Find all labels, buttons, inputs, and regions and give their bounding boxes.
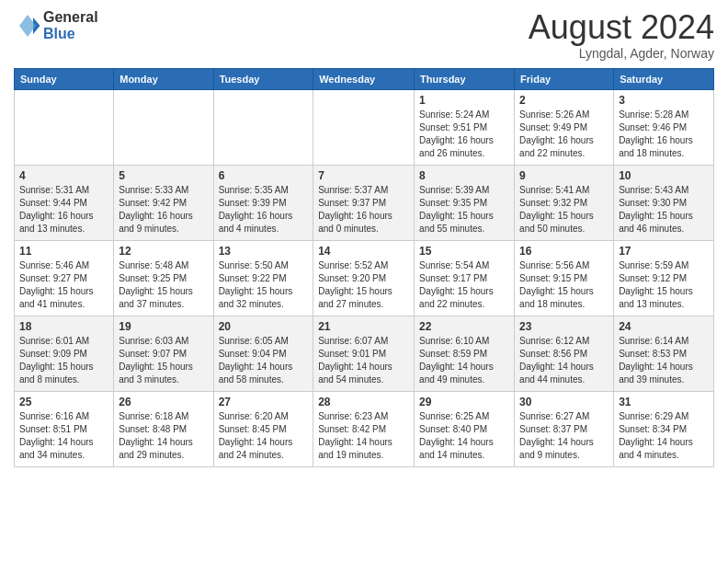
- day-number: 7: [318, 169, 409, 182]
- day-info: Sunrise: 6:20 AM Sunset: 8:45 PM Dayligh…: [219, 410, 309, 462]
- day-number: 2: [519, 94, 609, 107]
- day-cell: 20Sunrise: 6:05 AM Sunset: 9:04 PM Dayli…: [213, 316, 313, 391]
- day-cell: 25Sunrise: 6:16 AM Sunset: 8:51 PM Dayli…: [15, 391, 114, 466]
- week-row-4: 18Sunrise: 6:01 AM Sunset: 9:09 PM Dayli…: [15, 316, 714, 391]
- day-cell: 4Sunrise: 5:31 AM Sunset: 9:44 PM Daylig…: [15, 165, 114, 240]
- day-number: 25: [19, 396, 108, 408]
- day-info: Sunrise: 5:35 AM Sunset: 9:39 PM Dayligh…: [219, 184, 309, 236]
- day-info: Sunrise: 5:50 AM Sunset: 9:22 PM Dayligh…: [219, 259, 309, 311]
- day-info: Sunrise: 5:56 AM Sunset: 9:15 PM Dayligh…: [519, 259, 609, 311]
- day-number: 17: [619, 245, 709, 258]
- day-info: Sunrise: 5:28 AM Sunset: 9:46 PM Dayligh…: [619, 109, 709, 160]
- day-cell: 27Sunrise: 6:20 AM Sunset: 8:45 PM Dayli…: [213, 391, 313, 466]
- day-info: Sunrise: 6:01 AM Sunset: 9:09 PM Dayligh…: [19, 335, 108, 386]
- day-number: 4: [19, 169, 108, 182]
- day-cell: 6Sunrise: 5:35 AM Sunset: 9:39 PM Daylig…: [213, 165, 313, 240]
- day-number: 9: [519, 169, 609, 182]
- day-number: 21: [318, 320, 409, 333]
- day-number: 28: [318, 396, 409, 408]
- day-info: Sunrise: 5:48 AM Sunset: 9:25 PM Dayligh…: [119, 259, 208, 311]
- day-number: 3: [619, 94, 709, 107]
- day-info: Sunrise: 5:43 AM Sunset: 9:30 PM Dayligh…: [619, 184, 709, 236]
- day-cell: 24Sunrise: 6:14 AM Sunset: 8:53 PM Dayli…: [614, 316, 714, 391]
- col-saturday: Saturday: [614, 68, 714, 89]
- day-cell: [15, 89, 114, 165]
- day-number: 24: [619, 320, 709, 333]
- day-number: 5: [119, 169, 208, 182]
- day-number: 15: [419, 245, 509, 258]
- day-cell: 14Sunrise: 5:52 AM Sunset: 9:20 PM Dayli…: [313, 240, 415, 316]
- day-number: 18: [19, 320, 108, 333]
- day-cell: [213, 89, 313, 165]
- day-info: Sunrise: 5:39 AM Sunset: 9:35 PM Dayligh…: [419, 184, 509, 236]
- page: General Blue August 2024 Lyngdal, Agder,…: [0, 0, 728, 563]
- header: General Blue August 2024 Lyngdal, Agder,…: [14, 9, 714, 61]
- day-info: Sunrise: 6:23 AM Sunset: 8:42 PM Dayligh…: [318, 410, 409, 462]
- day-info: Sunrise: 5:54 AM Sunset: 9:17 PM Dayligh…: [419, 259, 509, 311]
- day-cell: 1Sunrise: 5:24 AM Sunset: 9:51 PM Daylig…: [415, 89, 515, 165]
- day-info: Sunrise: 5:59 AM Sunset: 9:12 PM Dayligh…: [619, 259, 709, 311]
- day-info: Sunrise: 6:03 AM Sunset: 9:07 PM Dayligh…: [119, 335, 208, 386]
- day-info: Sunrise: 5:37 AM Sunset: 9:37 PM Dayligh…: [318, 184, 409, 236]
- day-number: 13: [219, 245, 309, 258]
- day-cell: 22Sunrise: 6:10 AM Sunset: 8:59 PM Dayli…: [415, 316, 515, 391]
- day-number: 27: [219, 396, 309, 408]
- day-cell: 28Sunrise: 6:23 AM Sunset: 8:42 PM Dayli…: [313, 391, 415, 466]
- day-info: Sunrise: 6:16 AM Sunset: 8:51 PM Dayligh…: [19, 410, 108, 462]
- day-cell: 11Sunrise: 5:46 AM Sunset: 9:27 PM Dayli…: [15, 240, 114, 316]
- day-info: Sunrise: 5:46 AM Sunset: 9:27 PM Dayligh…: [19, 259, 108, 311]
- day-cell: 19Sunrise: 6:03 AM Sunset: 9:07 PM Dayli…: [114, 316, 213, 391]
- day-cell: 31Sunrise: 6:29 AM Sunset: 8:34 PM Dayli…: [614, 391, 714, 466]
- day-number: 6: [219, 169, 309, 182]
- logo-general-text: General: [43, 9, 98, 26]
- col-thursday: Thursday: [415, 68, 515, 89]
- day-cell: 2Sunrise: 5:26 AM Sunset: 9:49 PM Daylig…: [515, 89, 614, 165]
- col-tuesday: Tuesday: [213, 68, 313, 89]
- logo: General Blue: [14, 9, 98, 41]
- week-row-2: 4Sunrise: 5:31 AM Sunset: 9:44 PM Daylig…: [15, 165, 714, 240]
- day-cell: 16Sunrise: 5:56 AM Sunset: 9:15 PM Dayli…: [515, 240, 614, 316]
- day-cell: 8Sunrise: 5:39 AM Sunset: 9:35 PM Daylig…: [415, 165, 515, 240]
- day-cell: 9Sunrise: 5:41 AM Sunset: 9:32 PM Daylig…: [515, 165, 614, 240]
- day-cell: 10Sunrise: 5:43 AM Sunset: 9:30 PM Dayli…: [614, 165, 714, 240]
- day-number: 31: [619, 396, 709, 408]
- day-cell: 17Sunrise: 5:59 AM Sunset: 9:12 PM Dayli…: [614, 240, 714, 316]
- day-number: 8: [419, 169, 509, 182]
- day-cell: 26Sunrise: 6:18 AM Sunset: 8:48 PM Dayli…: [114, 391, 213, 466]
- day-info: Sunrise: 5:31 AM Sunset: 9:44 PM Dayligh…: [19, 184, 108, 236]
- day-info: Sunrise: 6:29 AM Sunset: 8:34 PM Dayligh…: [619, 410, 709, 462]
- day-info: Sunrise: 6:07 AM Sunset: 9:01 PM Dayligh…: [318, 335, 409, 386]
- day-cell: 21Sunrise: 6:07 AM Sunset: 9:01 PM Dayli…: [313, 316, 415, 391]
- day-number: 16: [519, 245, 609, 258]
- day-cell: 15Sunrise: 5:54 AM Sunset: 9:17 PM Dayli…: [415, 240, 515, 316]
- day-number: 19: [119, 320, 208, 333]
- day-cell: [114, 89, 213, 165]
- day-cell: 3Sunrise: 5:28 AM Sunset: 9:46 PM Daylig…: [614, 89, 714, 165]
- header-row: Sunday Monday Tuesday Wednesday Thursday…: [15, 68, 714, 89]
- day-number: 20: [219, 320, 309, 333]
- location-subtitle: Lyngdal, Agder, Norway: [529, 46, 714, 61]
- day-cell: [313, 89, 415, 165]
- day-number: 23: [519, 320, 609, 333]
- day-number: 29: [419, 396, 509, 408]
- logo-text: General Blue: [43, 9, 98, 41]
- day-cell: 29Sunrise: 6:25 AM Sunset: 8:40 PM Dayli…: [415, 391, 515, 466]
- day-number: 26: [119, 396, 208, 408]
- day-cell: 5Sunrise: 5:33 AM Sunset: 9:42 PM Daylig…: [114, 165, 213, 240]
- day-cell: 13Sunrise: 5:50 AM Sunset: 9:22 PM Dayli…: [213, 240, 313, 316]
- week-row-1: 1Sunrise: 5:24 AM Sunset: 9:51 PM Daylig…: [15, 89, 714, 165]
- day-number: 14: [318, 245, 409, 258]
- col-monday: Monday: [114, 68, 213, 89]
- day-number: 1: [419, 94, 509, 107]
- day-cell: 23Sunrise: 6:12 AM Sunset: 8:56 PM Dayli…: [515, 316, 614, 391]
- day-info: Sunrise: 5:24 AM Sunset: 9:51 PM Dayligh…: [419, 109, 509, 160]
- logo-blue-text: Blue: [43, 26, 98, 42]
- col-friday: Friday: [515, 68, 614, 89]
- day-cell: 18Sunrise: 6:01 AM Sunset: 9:09 PM Dayli…: [15, 316, 114, 391]
- day-info: Sunrise: 5:33 AM Sunset: 9:42 PM Dayligh…: [119, 184, 208, 236]
- col-wednesday: Wednesday: [313, 68, 415, 89]
- day-info: Sunrise: 6:27 AM Sunset: 8:37 PM Dayligh…: [519, 410, 609, 462]
- logo-icon: [14, 12, 41, 40]
- title-block: August 2024 Lyngdal, Agder, Norway: [529, 9, 714, 61]
- day-number: 30: [519, 396, 609, 408]
